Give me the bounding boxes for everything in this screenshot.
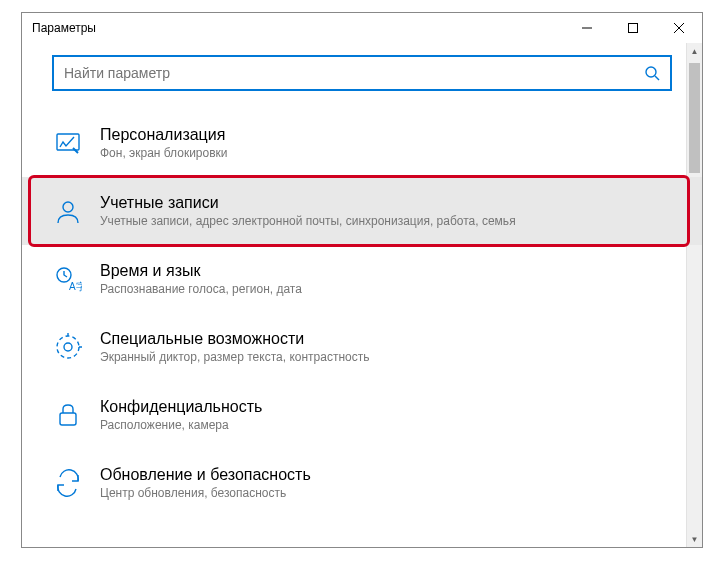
minimize-icon	[582, 23, 592, 33]
item-update-security[interactable]: Обновление и безопасность Центр обновлен…	[22, 449, 702, 517]
close-button[interactable]	[656, 13, 702, 43]
window-title: Параметры	[32, 21, 564, 35]
svg-rect-1	[629, 24, 638, 33]
search-icon	[644, 65, 660, 81]
svg-text:A字: A字	[69, 281, 82, 292]
item-accessibility[interactable]: Специальные возможности Экранный диктор,…	[22, 313, 702, 381]
item-title: Специальные возможности	[100, 330, 369, 348]
item-privacy[interactable]: Конфиденциальность Расположение, камера	[22, 381, 702, 449]
content-area: Персонализация Фон, экран блокировки Уче…	[22, 43, 702, 517]
item-desc: Центр обновления, безопасность	[100, 486, 311, 500]
accessibility-icon	[52, 331, 84, 363]
item-title: Учетные записи	[100, 194, 516, 212]
maximize-icon	[628, 23, 638, 33]
item-title: Персонализация	[100, 126, 228, 144]
scrollbar-down-icon: ▼	[687, 531, 702, 547]
item-accounts[interactable]: Учетные записи Учетные записи, адрес эле…	[22, 177, 702, 245]
close-icon	[674, 23, 684, 33]
update-security-icon	[52, 467, 84, 499]
svg-line-5	[655, 76, 659, 80]
search-box[interactable]	[52, 55, 672, 91]
item-desc: Экранный диктор, размер текста, контраст…	[100, 350, 369, 364]
minimize-button[interactable]	[564, 13, 610, 43]
settings-window: Параметры ▲ ▼	[21, 12, 703, 548]
item-desc: Распознавание голоса, регион, дата	[100, 282, 302, 296]
svg-point-11	[64, 343, 72, 351]
window-controls	[564, 13, 702, 43]
item-personalization[interactable]: Персонализация Фон, экран блокировки	[22, 109, 702, 177]
item-title: Конфиденциальность	[100, 398, 262, 416]
privacy-icon	[52, 399, 84, 431]
svg-rect-6	[57, 134, 79, 150]
settings-list: Персонализация Фон, экран блокировки Уче…	[22, 103, 702, 517]
svg-rect-12	[60, 413, 76, 425]
svg-point-10	[57, 336, 79, 358]
item-title: Время и язык	[100, 262, 302, 280]
item-desc: Фон, экран блокировки	[100, 146, 228, 160]
time-language-icon: A字	[52, 263, 84, 295]
maximize-button[interactable]	[610, 13, 656, 43]
item-title: Обновление и безопасность	[100, 466, 311, 484]
search-input[interactable]	[64, 65, 644, 81]
item-time-language[interactable]: A字 Время и язык Распознавание голоса, ре…	[22, 245, 702, 313]
svg-point-4	[646, 67, 656, 77]
accounts-icon	[52, 195, 84, 227]
personalization-icon	[52, 127, 84, 159]
item-desc: Учетные записи, адрес электронной почты,…	[100, 214, 516, 228]
svg-point-7	[63, 202, 73, 212]
item-desc: Расположение, камера	[100, 418, 262, 432]
titlebar: Параметры	[22, 13, 702, 43]
